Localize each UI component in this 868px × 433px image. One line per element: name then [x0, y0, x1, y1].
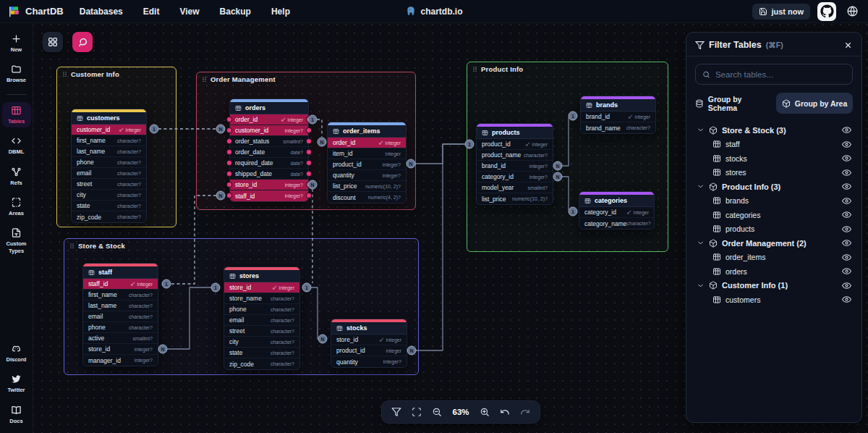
menu-help[interactable]: Help [271, 7, 290, 17]
field-stores-zip_code[interactable]: zip_codecharacter? [224, 358, 299, 369]
field-customers-state[interactable]: statecharacter? [72, 201, 146, 211]
table-header[interactable]: stocks [331, 322, 407, 335]
visibility-toggle[interactable] [842, 154, 851, 163]
view-grid-button[interactable] [43, 32, 63, 52]
table-stores[interactable]: storesstore_idintegerstore_namecharacter… [224, 266, 300, 370]
field-stores-store_name[interactable]: store_namecharacter? [224, 293, 299, 304]
zoom-level[interactable]: 63% [447, 408, 475, 416]
visibility-toggle[interactable] [842, 238, 851, 248]
sidebar-item-discord[interactable]: Discord [2, 340, 31, 366]
field-stores-store_id[interactable]: store_idinteger [224, 282, 299, 293]
highlighter-button[interactable] [72, 32, 93, 52]
field-orders-order_id[interactable]: order_idinteger [230, 114, 308, 125]
tree-table-products[interactable]: products [691, 222, 857, 237]
field-products-product_name[interactable]: product_namecharacter? [477, 150, 553, 161]
table-header[interactable]: orders [230, 102, 308, 114]
connection-handle[interactable] [227, 193, 231, 198]
github-button[interactable] [817, 2, 836, 21]
tree-table-stocks[interactable]: stocks [691, 151, 857, 166]
field-products-list_price[interactable]: list_pricenumeric(10, 2)? [477, 193, 553, 204]
visibility-toggle[interactable] [842, 253, 851, 262]
tree-table-categories[interactable]: categories [691, 208, 857, 222]
connection-handle[interactable] [307, 150, 311, 154]
connection-handle[interactable] [307, 172, 311, 176]
visibility-toggle[interactable] [842, 168, 851, 177]
field-staff-active[interactable]: activesmallint? [83, 333, 158, 344]
table-header[interactable]: categories [579, 195, 654, 207]
sidebar-item-browse[interactable]: Browse [2, 61, 31, 86]
field-stores-street[interactable]: streetcharacter? [224, 326, 299, 337]
tree-group-order-management[interactable]: Order Management (2) [691, 236, 857, 251]
group-by-schema-button[interactable]: Group by Schema [695, 93, 772, 114]
field-products-product_id[interactable]: product_idinteger [477, 139, 553, 150]
visibility-toggle[interactable] [842, 140, 851, 149]
table-header[interactable]: order_items [328, 125, 406, 138]
field-orders-staff_id[interactable]: staff_idinteger? [230, 190, 308, 201]
tree-group-store-stock[interactable]: Store & Stock (3) [691, 123, 857, 138]
field-order_items-quantity[interactable]: quantityinteger? [328, 170, 406, 181]
field-orders-order_status[interactable]: order_statussmallint? [230, 136, 308, 147]
table-categories[interactable]: categoriescategory_idintegercategory_nam… [579, 191, 655, 230]
visibility-toggle[interactable] [842, 266, 851, 276]
tree-table-staff[interactable]: staff [691, 138, 857, 152]
connection-handle[interactable] [227, 117, 231, 122]
table-header[interactable]: customers [72, 112, 146, 125]
table-brands[interactable]: brandsbrand_idintegerbrand_namecharacter… [580, 96, 656, 134]
visibility-toggle[interactable] [842, 125, 851, 135]
field-stocks-store_id[interactable]: store_idinteger [331, 335, 407, 345]
tree-table-customers[interactable]: customers [691, 293, 857, 307]
search-tables-input[interactable] [715, 70, 846, 79]
connection-handle[interactable] [227, 161, 231, 165]
menu-view[interactable]: View [179, 7, 199, 17]
field-customers-first_name[interactable]: first_namecharacter? [72, 135, 146, 146]
field-order_items-item_id[interactable]: item_idinteger [328, 148, 406, 159]
field-orders-store_id[interactable]: store_idinteger? [230, 180, 308, 190]
field-customers-zip_code[interactable]: zip_codecharacter? [72, 211, 146, 222]
field-order_items-product_id[interactable]: product_idinteger? [328, 159, 406, 170]
field-orders-required_date[interactable]: required_datedate? [230, 158, 308, 169]
table-customers[interactable]: customerscustomer_idintegerfirst_namecha… [71, 109, 147, 223]
field-stores-phone[interactable]: phonecharacter? [224, 304, 299, 315]
menu-edit[interactable]: Edit [143, 7, 160, 17]
field-brands-brand_id[interactable]: brand_idinteger [581, 112, 655, 122]
field-customers-street[interactable]: streetcharacter? [72, 179, 146, 190]
field-order_items-list_price[interactable]: list_pricenumeric(10, 2)? [328, 181, 406, 192]
table-products[interactable]: productsproduct_idintegerproduct_namecha… [476, 123, 553, 205]
fit-view-button[interactable] [407, 402, 427, 422]
tree-table-stores[interactable]: stores [691, 166, 857, 180]
connection-handle[interactable] [227, 182, 231, 187]
visibility-toggle[interactable] [842, 295, 851, 304]
field-stores-city[interactable]: citycharacter? [224, 337, 299, 348]
field-staff-manager_id[interactable]: manager_idinteger? [83, 355, 158, 366]
connection-handle[interactable] [227, 128, 231, 133]
diagram-title[interactable]: chartdb.io [405, 6, 462, 17]
field-order_items-order_id[interactable]: order_idinteger [328, 138, 406, 148]
connection-handle[interactable] [307, 139, 311, 143]
save-status-badge[interactable]: just now [752, 4, 810, 20]
edge-order_items-products[interactable] [415, 144, 465, 164]
zoom-in-button[interactable] [475, 402, 495, 422]
tree-group-customer-info[interactable]: Customer Info (1) [691, 279, 857, 293]
field-customers-email[interactable]: emailcharacter? [72, 168, 146, 179]
field-stores-email[interactable]: emailcharacter? [224, 315, 299, 326]
menu-backup[interactable]: Backup [220, 7, 251, 17]
field-stocks-product_id[interactable]: product_idinteger [331, 345, 407, 356]
tree-group-product-info[interactable]: Product Info (3) [691, 180, 857, 194]
table-stocks[interactable]: stocksstore_idintegerproduct_idintegerqu… [331, 319, 407, 368]
undo-button[interactable] [495, 402, 515, 422]
tree-table-brands[interactable]: brands [691, 194, 857, 209]
field-products-brand_id[interactable]: brand_idinteger? [477, 161, 553, 172]
tree-table-order_items[interactable]: order_items [691, 251, 857, 265]
sidebar-item-twitter[interactable]: Twitter [2, 371, 31, 396]
connection-handle[interactable] [307, 193, 311, 198]
field-products-category_id[interactable]: category_idinteger? [477, 172, 553, 182]
table-staff[interactable]: staffstaff_idintegerfirst_namecharacter?… [82, 263, 158, 366]
table-header[interactable]: staff [83, 266, 158, 279]
field-staff-email[interactable]: emailcharacter? [83, 311, 158, 322]
language-button[interactable] [843, 3, 861, 20]
close-icon[interactable] [843, 41, 853, 50]
field-categories-category_id[interactable]: category_idinteger [579, 207, 654, 218]
field-orders-shipped_date[interactable]: shipped_datedate? [230, 169, 308, 180]
edge-stocks-products[interactable] [416, 144, 465, 350]
table-header[interactable]: products [477, 127, 553, 139]
